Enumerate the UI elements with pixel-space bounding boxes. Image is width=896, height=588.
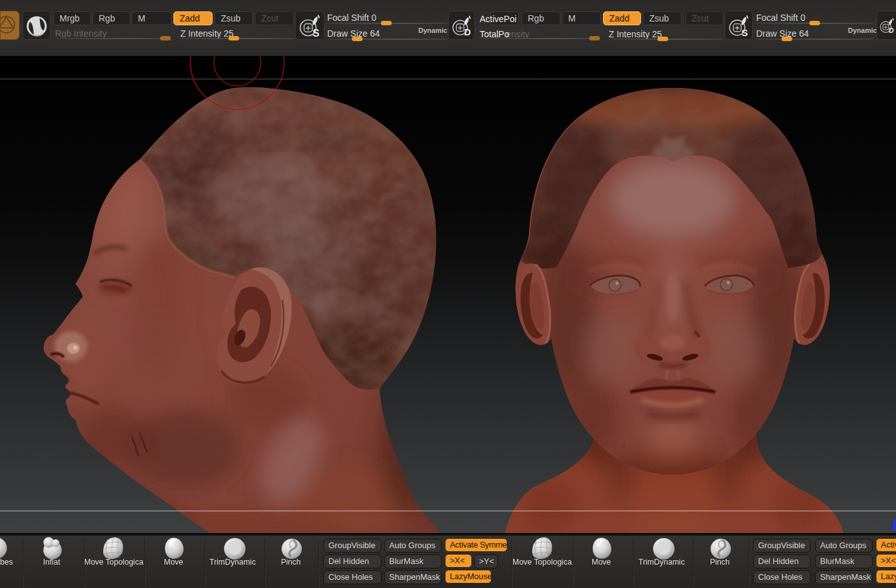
svg-text:D: D bbox=[889, 27, 894, 34]
svg-text:S: S bbox=[742, 27, 748, 38]
svg-text:D: D bbox=[464, 27, 471, 37]
svg-text:S: S bbox=[313, 28, 320, 39]
